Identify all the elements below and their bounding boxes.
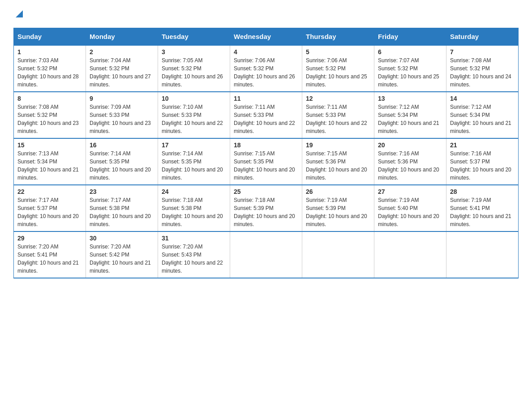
calendar-week-row-3: 15 Sunrise: 7:13 AMSunset: 5:34 PMDaylig… xyxy=(14,138,519,185)
day-number: 21 xyxy=(450,141,515,149)
calendar-cell: 6 Sunrise: 7:07 AMSunset: 5:32 PMDayligh… xyxy=(374,45,446,92)
day-info: Sunrise: 7:16 AMSunset: 5:36 PMDaylight:… xyxy=(378,150,439,181)
day-info: Sunrise: 7:19 AMSunset: 5:41 PMDaylight:… xyxy=(450,197,511,227)
calendar-cell: 12 Sunrise: 7:11 AMSunset: 5:33 PMDaylig… xyxy=(302,92,374,138)
calendar-cell: 23 Sunrise: 7:17 AMSunset: 5:38 PMDaylig… xyxy=(86,185,158,231)
day-number: 28 xyxy=(450,188,515,195)
calendar-cell: 13 Sunrise: 7:12 AMSunset: 5:34 PMDaylig… xyxy=(374,92,446,138)
calendar-cell: 11 Sunrise: 7:11 AMSunset: 5:33 PMDaylig… xyxy=(230,92,302,138)
calendar-week-row-1: 1 Sunrise: 7:03 AMSunset: 5:32 PMDayligh… xyxy=(14,45,519,92)
calendar-cell: 8 Sunrise: 7:08 AMSunset: 5:32 PMDayligh… xyxy=(14,92,86,138)
day-info: Sunrise: 7:04 AMSunset: 5:32 PMDaylight:… xyxy=(90,57,151,88)
calendar-cell: 7 Sunrise: 7:08 AMSunset: 5:32 PMDayligh… xyxy=(446,45,519,92)
calendar-cell xyxy=(230,231,302,278)
day-info: Sunrise: 7:13 AMSunset: 5:34 PMDaylight:… xyxy=(17,150,79,181)
calendar-cell: 2 Sunrise: 7:04 AMSunset: 5:32 PMDayligh… xyxy=(86,45,158,92)
calendar-header-tuesday: Tuesday xyxy=(158,28,230,46)
day-number: 13 xyxy=(378,95,442,102)
day-number: 7 xyxy=(450,48,515,56)
day-info: Sunrise: 7:18 AMSunset: 5:38 PMDaylight:… xyxy=(162,197,223,227)
calendar-cell: 22 Sunrise: 7:17 AMSunset: 5:37 PMDaylig… xyxy=(14,185,86,231)
day-number: 31 xyxy=(162,235,226,242)
day-number: 26 xyxy=(306,188,370,195)
calendar-cell: 17 Sunrise: 7:14 AMSunset: 5:35 PMDaylig… xyxy=(158,138,230,185)
day-number: 4 xyxy=(234,48,298,56)
day-number: 12 xyxy=(306,95,370,102)
day-info: Sunrise: 7:08 AMSunset: 5:32 PMDaylight:… xyxy=(450,57,511,88)
calendar-cell: 26 Sunrise: 7:19 AMSunset: 5:39 PMDaylig… xyxy=(302,185,374,231)
calendar-header-row: SundayMondayTuesdayWednesdayThursdayFrid… xyxy=(14,28,519,46)
day-number: 29 xyxy=(17,235,82,242)
day-number: 2 xyxy=(90,48,154,56)
day-number: 27 xyxy=(378,188,442,195)
day-number: 24 xyxy=(162,188,226,195)
calendar-cell: 20 Sunrise: 7:16 AMSunset: 5:36 PMDaylig… xyxy=(374,138,446,185)
calendar-week-row-4: 22 Sunrise: 7:17 AMSunset: 5:37 PMDaylig… xyxy=(14,185,519,231)
day-info: Sunrise: 7:06 AMSunset: 5:32 PMDaylight:… xyxy=(234,57,295,88)
logo xyxy=(13,9,24,21)
calendar-cell: 29 Sunrise: 7:20 AMSunset: 5:41 PMDaylig… xyxy=(14,231,86,278)
day-info: Sunrise: 7:06 AMSunset: 5:32 PMDaylight:… xyxy=(306,57,367,88)
day-info: Sunrise: 7:15 AMSunset: 5:36 PMDaylight:… xyxy=(306,150,367,181)
calendar-cell: 16 Sunrise: 7:14 AMSunset: 5:35 PMDaylig… xyxy=(86,138,158,185)
calendar-cell: 9 Sunrise: 7:09 AMSunset: 5:33 PMDayligh… xyxy=(86,92,158,138)
calendar-cell xyxy=(446,231,519,278)
calendar-header-monday: Monday xyxy=(86,28,158,46)
day-number: 5 xyxy=(306,48,370,56)
day-number: 16 xyxy=(90,141,154,149)
logo-triangle-icon xyxy=(14,9,24,19)
day-info: Sunrise: 7:14 AMSunset: 5:35 PMDaylight:… xyxy=(90,150,151,181)
day-number: 9 xyxy=(90,95,154,102)
day-number: 20 xyxy=(378,141,442,149)
day-info: Sunrise: 7:05 AMSunset: 5:32 PMDaylight:… xyxy=(162,57,223,88)
svg-marker-0 xyxy=(16,10,23,17)
day-info: Sunrise: 7:08 AMSunset: 5:32 PMDaylight:… xyxy=(17,104,79,134)
day-number: 22 xyxy=(17,188,82,195)
calendar-header-friday: Friday xyxy=(374,28,446,46)
day-number: 18 xyxy=(234,141,298,149)
day-number: 1 xyxy=(17,48,82,56)
day-info: Sunrise: 7:20 AMSunset: 5:41 PMDaylight:… xyxy=(17,244,79,274)
calendar-week-row-2: 8 Sunrise: 7:08 AMSunset: 5:32 PMDayligh… xyxy=(14,92,519,138)
day-number: 14 xyxy=(450,95,515,102)
day-info: Sunrise: 7:20 AMSunset: 5:42 PMDaylight:… xyxy=(90,244,151,274)
calendar-cell: 4 Sunrise: 7:06 AMSunset: 5:32 PMDayligh… xyxy=(230,45,302,92)
day-info: Sunrise: 7:09 AMSunset: 5:33 PMDaylight:… xyxy=(90,104,151,134)
calendar-cell: 1 Sunrise: 7:03 AMSunset: 5:32 PMDayligh… xyxy=(14,45,86,92)
day-info: Sunrise: 7:14 AMSunset: 5:35 PMDaylight:… xyxy=(162,150,223,181)
calendar-header-sunday: Sunday xyxy=(14,28,86,46)
calendar-cell: 27 Sunrise: 7:19 AMSunset: 5:40 PMDaylig… xyxy=(374,185,446,231)
day-info: Sunrise: 7:16 AMSunset: 5:37 PMDaylight:… xyxy=(450,150,511,181)
calendar-cell: 14 Sunrise: 7:12 AMSunset: 5:34 PMDaylig… xyxy=(446,92,519,138)
day-info: Sunrise: 7:11 AMSunset: 5:33 PMDaylight:… xyxy=(234,104,295,134)
calendar-cell xyxy=(374,231,446,278)
day-info: Sunrise: 7:03 AMSunset: 5:32 PMDaylight:… xyxy=(17,57,79,88)
calendar-cell: 19 Sunrise: 7:15 AMSunset: 5:36 PMDaylig… xyxy=(302,138,374,185)
day-info: Sunrise: 7:19 AMSunset: 5:40 PMDaylight:… xyxy=(378,197,439,227)
day-info: Sunrise: 7:17 AMSunset: 5:38 PMDaylight:… xyxy=(90,197,151,227)
calendar-cell: 5 Sunrise: 7:06 AMSunset: 5:32 PMDayligh… xyxy=(302,45,374,92)
day-info: Sunrise: 7:12 AMSunset: 5:34 PMDaylight:… xyxy=(378,104,439,134)
day-info: Sunrise: 7:11 AMSunset: 5:33 PMDaylight:… xyxy=(306,104,367,134)
calendar-cell: 10 Sunrise: 7:10 AMSunset: 5:33 PMDaylig… xyxy=(158,92,230,138)
calendar-cell: 25 Sunrise: 7:18 AMSunset: 5:39 PMDaylig… xyxy=(230,185,302,231)
calendar-cell: 28 Sunrise: 7:19 AMSunset: 5:41 PMDaylig… xyxy=(446,185,519,231)
calendar-week-row-5: 29 Sunrise: 7:20 AMSunset: 5:41 PMDaylig… xyxy=(14,231,519,278)
day-number: 17 xyxy=(162,141,226,149)
day-number: 19 xyxy=(306,141,370,149)
calendar-cell: 15 Sunrise: 7:13 AMSunset: 5:34 PMDaylig… xyxy=(14,138,86,185)
day-info: Sunrise: 7:20 AMSunset: 5:43 PMDaylight:… xyxy=(162,244,223,274)
day-number: 15 xyxy=(17,141,82,149)
day-number: 25 xyxy=(234,188,298,195)
calendar-header-wednesday: Wednesday xyxy=(230,28,302,46)
day-info: Sunrise: 7:15 AMSunset: 5:35 PMDaylight:… xyxy=(234,150,295,181)
day-info: Sunrise: 7:19 AMSunset: 5:39 PMDaylight:… xyxy=(306,197,367,227)
page-header xyxy=(13,9,519,21)
calendar-cell: 24 Sunrise: 7:18 AMSunset: 5:38 PMDaylig… xyxy=(158,185,230,231)
calendar-cell: 18 Sunrise: 7:15 AMSunset: 5:35 PMDaylig… xyxy=(230,138,302,185)
calendar-cell xyxy=(302,231,374,278)
calendar-cell: 3 Sunrise: 7:05 AMSunset: 5:32 PMDayligh… xyxy=(158,45,230,92)
day-number: 3 xyxy=(162,48,226,56)
calendar-cell: 30 Sunrise: 7:20 AMSunset: 5:42 PMDaylig… xyxy=(86,231,158,278)
day-number: 30 xyxy=(90,235,154,242)
